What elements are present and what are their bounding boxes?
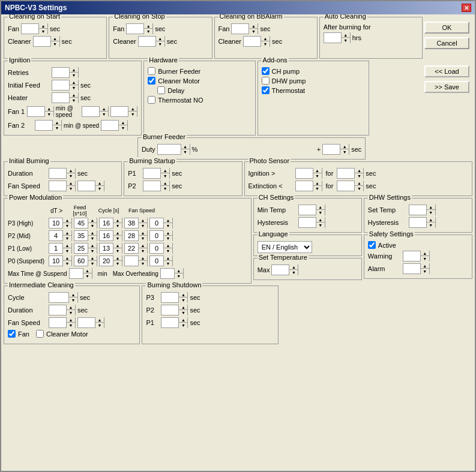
ib-fanspeed-up[interactable]: ▲: [67, 181, 75, 186]
ib-duration-input[interactable]: 10: [49, 169, 66, 178]
save-button[interactable]: >> Save: [424, 81, 469, 93]
fan1-speed-input[interactable]: 22: [82, 107, 99, 116]
ps-ignition-time-down[interactable]: ▼: [355, 173, 363, 179]
fan1-speed-down[interactable]: ▼: [100, 112, 108, 117]
bf-extra-up[interactable]: ▲: [340, 144, 349, 149]
cbba-cleaner-input[interactable]: 40: [244, 37, 261, 46]
ic-fanspeed-input[interactable]: 80: [49, 318, 66, 327]
cos-cleaner-spinner[interactable]: 5 ▲ ▼: [33, 36, 60, 47]
fan1-up[interactable]: ▲: [45, 106, 53, 112]
duty-spinner[interactable]: 100 ▲ ▼: [157, 144, 190, 155]
initial-feed-input[interactable]: 40: [52, 80, 69, 90]
safety-alarm-spinner[interactable]: 220 ▲ ▼: [403, 263, 430, 274]
pm-p0-dt-spinner[interactable]: ▲▼: [49, 255, 72, 266]
ib-duration-down[interactable]: ▼: [67, 173, 75, 179]
thermostat-no-checkbox[interactable]: [148, 96, 155, 104]
pm-p3-extra-spinner[interactable]: ▲▼: [149, 218, 173, 229]
fan1-extra-spinner[interactable]: 0 ▲ ▼: [110, 106, 137, 117]
pm-p3-extra-input[interactable]: [150, 218, 163, 228]
cstop-fan-up[interactable]: ▲: [144, 23, 152, 29]
pm-p3-feed-input[interactable]: [74, 218, 88, 228]
bsd-p3-input[interactable]: 60: [161, 293, 178, 302]
pm-p2-extra-spinner[interactable]: ▲▼: [149, 230, 173, 241]
heater-up[interactable]: ▲: [70, 92, 78, 98]
set-temp-input[interactable]: 75: [272, 265, 289, 275]
bs-p1-up[interactable]: ▲: [161, 168, 169, 173]
cos-cleaner-up[interactable]: ▲: [51, 36, 59, 41]
ib-fanspeed2-up[interactable]: ▲: [95, 181, 104, 186]
bs-p2-up[interactable]: ▲: [161, 181, 169, 186]
bs-p2-down[interactable]: ▼: [161, 186, 169, 191]
cstop-fan-down[interactable]: ▼: [144, 29, 152, 34]
cos-fan-down[interactable]: ▼: [39, 29, 47, 34]
safety-warning-input[interactable]: 200: [403, 251, 420, 261]
ch-hysteresis-input[interactable]: 2: [299, 218, 316, 227]
cstop-fan-input[interactable]: 10: [127, 24, 143, 34]
fan1-spinner[interactable]: 1 ▲ ▼: [27, 106, 54, 117]
pm-p1-extra-spinner[interactable]: ▲▼: [149, 243, 173, 254]
ic-fanspeed2-input[interactable]: 0: [78, 318, 95, 327]
bsd-p1-spinner[interactable]: 60 ▲ ▼: [161, 317, 188, 328]
ps-ignition-time-input[interactable]: 20: [337, 169, 354, 178]
auto-cleaning-up[interactable]: ▲: [342, 32, 350, 38]
pm-p0-fan-spinner[interactable]: ▲▼: [124, 255, 148, 266]
thermostat-checkbox[interactable]: [262, 86, 270, 94]
bsd-p1-input[interactable]: 60: [161, 318, 178, 327]
ib-fanspeed2-spinner[interactable]: 0 ▲ ▼: [77, 181, 104, 191]
ps-ignition-input[interactable]: 100: [296, 169, 313, 178]
ic-fanspeed2-spinner[interactable]: 0 ▲ ▼: [77, 317, 104, 328]
ic-duration-spinner[interactable]: 10 ▲ ▼: [49, 305, 76, 315]
ic-fan-checkbox[interactable]: [8, 330, 16, 338]
fan1-down[interactable]: ▼: [45, 112, 53, 117]
pm-p3-feed-spinner[interactable]: ▲▼: [74, 218, 97, 229]
bs-p2-spinner[interactable]: 60 ▲ ▼: [143, 181, 170, 191]
ch-mintemp-input[interactable]: 50: [299, 205, 316, 215]
cbba-cleaner-up[interactable]: ▲: [261, 36, 270, 41]
ps-extinction-time-input[interactable]: 60: [337, 181, 354, 191]
bf-extra-spinner[interactable]: 0 ▲ ▼: [322, 144, 349, 155]
ic-cleaner-motor-checkbox[interactable]: [36, 330, 44, 338]
ic-cycle-input[interactable]: 360: [49, 293, 68, 302]
ch-pump-checkbox[interactable]: [262, 67, 270, 75]
pm-p3-fan-input[interactable]: [125, 218, 138, 228]
retries-down[interactable]: ▼: [70, 73, 78, 78]
set-temp-spinner[interactable]: 75 ▲ ▼: [271, 264, 298, 275]
pm-p3-dt-spinner[interactable]: ▲▼: [49, 218, 72, 229]
heater-down[interactable]: ▼: [70, 98, 78, 103]
ok-button[interactable]: OK: [424, 22, 469, 34]
pm-p3-fan-spinner[interactable]: ▲▼: [124, 218, 148, 229]
fan2-speed-spinner[interactable]: 26 ▲ ▼: [101, 120, 128, 131]
dhw-pump-checkbox[interactable]: [262, 77, 270, 85]
heater-spinner[interactable]: 0 ▲ ▼: [52, 92, 79, 103]
pm-p2-cycle-spinner[interactable]: ▲▼: [99, 230, 122, 241]
auto-cleaning-input[interactable]: 6: [324, 33, 341, 43]
ib-duration-spinner[interactable]: 10 ▲ ▼: [49, 168, 76, 179]
fan2-speed-up[interactable]: ▲: [119, 120, 127, 125]
ib-fanspeed-spinner[interactable]: 20 ▲ ▼: [49, 181, 76, 191]
fan2-spinner[interactable]: 2 ▲ ▼: [35, 120, 62, 131]
load-button[interactable]: << Load: [424, 65, 469, 77]
fan2-speed-down[interactable]: ▼: [119, 125, 127, 131]
pm-maxoverheat-spinner[interactable]: 5 ▲ ▼: [160, 268, 184, 279]
fan1-extra-up[interactable]: ▲: [128, 106, 137, 112]
ic-fanspeed-spinner[interactable]: 80 ▲ ▼: [49, 317, 76, 328]
fan1-input[interactable]: 1: [28, 107, 44, 116]
cbba-fan-up[interactable]: ▲: [249, 23, 258, 29]
ib-fanspeed2-down[interactable]: ▼: [95, 186, 104, 191]
cos-cleaner-down[interactable]: ▼: [51, 41, 59, 47]
ch-mintemp-spinner[interactable]: 50 ▲ ▼: [298, 205, 325, 215]
cos-cleaner-input[interactable]: 5: [34, 37, 50, 46]
burner-feeder-checkbox[interactable]: [148, 67, 155, 75]
ic-cycle-spinner[interactable]: 360 ▲ ▼: [49, 292, 78, 303]
fan2-down[interactable]: ▼: [53, 125, 61, 131]
bf-extra-input[interactable]: 0: [323, 145, 340, 154]
dhw-settemp-spinner[interactable]: 50 ▲ ▼: [409, 205, 436, 215]
delay-checkbox[interactable]: [157, 86, 165, 94]
heater-input[interactable]: 0: [52, 93, 69, 103]
pm-p0-cycle-spinner[interactable]: ▲▼: [99, 255, 122, 266]
ch-hysteresis-spinner[interactable]: 2 ▲ ▼: [298, 217, 325, 228]
ps-ignition-time-spinner[interactable]: 20 ▲ ▼: [337, 168, 364, 179]
cstop-cleaner-input[interactable]: 5: [139, 37, 155, 46]
duty-up[interactable]: ▲: [181, 144, 190, 149]
fan2-up[interactable]: ▲: [53, 120, 61, 125]
